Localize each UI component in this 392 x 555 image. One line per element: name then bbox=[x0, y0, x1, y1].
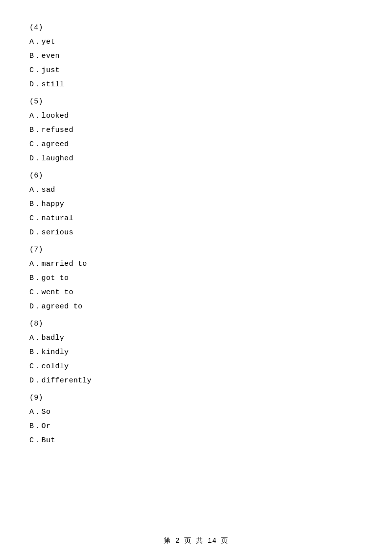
option-q9-0: A．So bbox=[29, 407, 363, 416]
question-number-9: (9) bbox=[29, 394, 363, 402]
option-q8-0: A．badly bbox=[29, 333, 363, 342]
option-q5-1: B．refused bbox=[29, 125, 363, 134]
footer-text: 第 2 页 共 14 页 bbox=[164, 537, 228, 545]
question-number-5: (5) bbox=[29, 98, 363, 106]
option-q7-0: A．married to bbox=[29, 259, 363, 268]
option-q7-1: B．got to bbox=[29, 273, 363, 282]
question-number-6: (6) bbox=[29, 172, 363, 180]
page-content: (4)A．yetB．evenC．justD．still(5)A．lookedB．… bbox=[0, 0, 392, 479]
option-q4-3: D．still bbox=[29, 79, 363, 89]
question-number-8: (8) bbox=[29, 320, 363, 328]
option-q7-2: C．went to bbox=[29, 287, 363, 297]
option-q6-3: D．serious bbox=[29, 227, 363, 237]
option-q7-3: D．agreed to bbox=[29, 302, 363, 311]
option-q4-2: C．just bbox=[29, 65, 363, 75]
option-q8-3: D．differently bbox=[29, 376, 363, 385]
option-q8-2: C．coldly bbox=[29, 361, 363, 371]
option-q9-1: B．Or bbox=[29, 421, 363, 430]
option-q5-2: C．agreed bbox=[29, 139, 363, 149]
option-q5-3: D．laughed bbox=[29, 153, 363, 163]
option-q6-1: B．happy bbox=[29, 199, 363, 208]
page-footer: 第 2 页 共 14 页 bbox=[0, 536, 392, 545]
option-q6-2: C．natural bbox=[29, 213, 363, 223]
option-q8-1: B．kindly bbox=[29, 347, 363, 356]
question-number-7: (7) bbox=[29, 246, 363, 254]
question-number-4: (4) bbox=[29, 24, 363, 32]
option-q4-1: B．even bbox=[29, 51, 363, 60]
option-q6-0: A．sad bbox=[29, 185, 363, 194]
option-q9-2: C．But bbox=[29, 435, 363, 445]
option-q5-0: A．looked bbox=[29, 111, 363, 120]
option-q4-0: A．yet bbox=[29, 37, 363, 46]
